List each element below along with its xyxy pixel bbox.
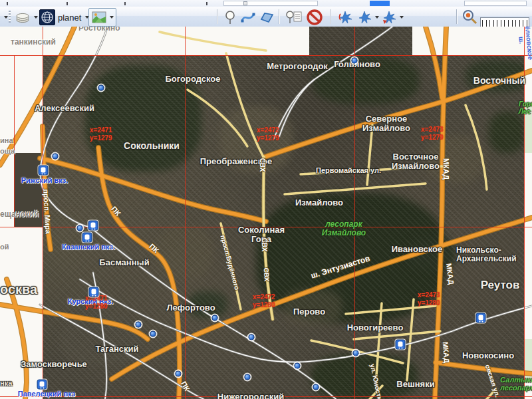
tile-grid-vline (14, 55, 15, 227)
path-icon (240, 9, 256, 25)
tile-grid-vline (354, 27, 355, 399)
track-point-dot (53, 154, 59, 160)
railway-station-icon (88, 221, 98, 231)
magnifier-icon (462, 9, 479, 26)
track-point-dot (313, 384, 319, 390)
railway-station-icon (396, 340, 406, 350)
tile-grid-vline (185, 27, 186, 399)
tile-grid-hline (0, 55, 532, 56)
map-viewport[interactable]: АлексеевскийСокольникиБогородскоеМетрого… (0, 27, 532, 399)
menu-text-fragment (7, 2, 8, 5)
globe-icon (39, 9, 55, 25)
track-point-dot (176, 371, 182, 377)
track-point-dot (352, 58, 358, 64)
tile-grid-vline (524, 27, 525, 399)
toolbar: planet (0, 7, 532, 27)
chevron-down-icon (110, 16, 114, 19)
railway-station-icon (82, 233, 92, 243)
ruler-tick (527, 20, 527, 27)
railway-station-icon (89, 287, 99, 297)
combobox-icon (243, 1, 247, 5)
ruler-tick (493, 20, 494, 27)
layers-preview-icon (91, 10, 107, 25)
ruler-tick (512, 20, 513, 27)
selection-highlight (370, 1, 390, 6)
ruler-tick (497, 20, 497, 27)
placemark-manager-button[interactable] (282, 8, 305, 27)
toolbar-separator (456, 9, 457, 24)
ruler-tick (508, 20, 509, 27)
ruler-tick (482, 20, 483, 27)
menu-text-fragment (66, 2, 68, 5)
track-point-dot (295, 363, 301, 369)
railway-station-icon (39, 166, 49, 176)
railway-station-icon (37, 380, 47, 390)
track-point-dot (212, 315, 218, 321)
zoom-tool-button[interactable] (459, 8, 481, 27)
chevron-down-icon (4, 16, 8, 19)
add-polygon-button[interactable] (256, 8, 277, 27)
goto-marker-button-3[interactable] (378, 8, 406, 27)
track-point-dot (150, 331, 156, 337)
cache-stack-icon (15, 10, 31, 25)
input-partial[interactable] (464, 1, 527, 6)
coverage-boundary-line (43, 27, 43, 399)
menu-text-fragment (206, 2, 207, 5)
combobox-partial[interactable] (223, 1, 318, 6)
toolbar-grip[interactable] (9, 11, 11, 23)
chevron-down-icon (400, 16, 404, 19)
ruler-tick (519, 20, 520, 27)
goto-marker-button-2[interactable] (354, 8, 382, 27)
track-point-dot (249, 334, 255, 340)
placemark-list-icon (285, 9, 302, 25)
ruler-tick (489, 20, 490, 27)
map-source-button[interactable]: planet (37, 8, 92, 27)
goto-marker-button-1[interactable] (334, 8, 356, 27)
ruler-tick (501, 20, 501, 27)
ruler-tick (523, 20, 523, 27)
track-point-dot (98, 85, 104, 91)
marker-icon (381, 9, 397, 25)
polygon-icon (259, 9, 275, 25)
balloon-icon (223, 9, 237, 25)
railway-station-icon (476, 313, 486, 323)
road-layer (0, 27, 532, 399)
marker-icon (337, 9, 353, 25)
map-source-label: planet (57, 13, 82, 23)
ruler-tick (515, 20, 516, 27)
hide-placemarks-button[interactable] (303, 8, 326, 27)
track-point-dot (136, 322, 142, 328)
toolbar-separator (217, 9, 217, 24)
menu-text-fragment (124, 2, 126, 5)
ruler-tick (504, 20, 505, 27)
track-point-dot (245, 374, 251, 380)
ruler-tick (486, 20, 487, 27)
track-point-dot (353, 350, 359, 356)
forbidden-icon (306, 9, 323, 26)
layers-button[interactable] (88, 8, 116, 27)
toolbar-separator (279, 9, 279, 24)
toolbar-separator (330, 9, 331, 24)
track-point-dot (77, 225, 83, 231)
tile-grid-hline (0, 396, 532, 397)
marker-icon (356, 9, 372, 25)
